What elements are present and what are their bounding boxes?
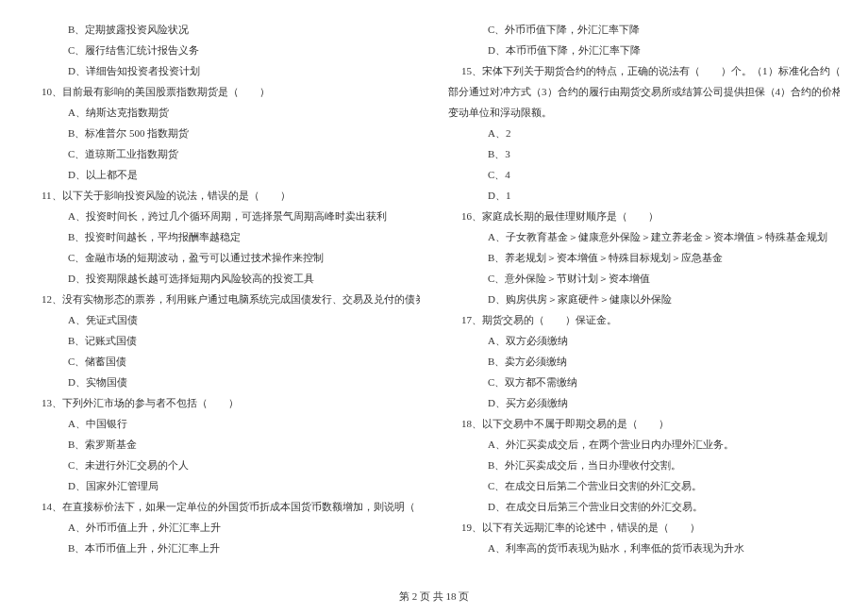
q12-option-b: B、记账式国债: [28, 330, 420, 351]
q17-option-d: D、买方必须缴纳: [448, 392, 840, 413]
right-column: C、外币币值下降，外汇汇率下降 D、本币币值下降，外汇汇率下降 15、宋体下列关…: [448, 19, 840, 558]
q10-option-c: C、道琼斯工业指数期货: [28, 143, 420, 164]
q16-option-b: B、养老规划＞资本增值＞特殊目标规划＞应急基金: [448, 247, 840, 268]
q10-text: 10、目前最有影响的美国股票指数期货是（ ）: [28, 81, 420, 102]
q11-option-d: D、投资期限越长越可选择短期内风险较高的投资工具: [28, 268, 420, 289]
q9-option-d: D、详细告知投资者投资计划: [28, 60, 420, 81]
q11-option-a: A、投资时间长，跨过几个循环周期，可选择景气周期高峰时卖出获利: [28, 206, 420, 226]
q9-option-c: C、履行结售汇统计报告义务: [28, 40, 420, 60]
q12-option-a: A、凭证式国债: [28, 309, 420, 330]
q11-option-c: C、金融市场的短期波动，盈亏可以通过技术操作来控制: [28, 247, 420, 268]
q15-option-b: B、3: [448, 143, 840, 164]
q17-text: 17、期货交易的（ ）保证金。: [448, 309, 840, 330]
q18-option-a: A、外汇买卖成交后，在两个营业日内办理外汇业务。: [448, 434, 840, 455]
q15-option-a: A、2: [448, 123, 840, 143]
q17-option-b: B、卖方必须缴纳: [448, 351, 840, 372]
page-content: B、定期披露投资风险状况 C、履行结售汇统计报告义务 D、详细告知投资者投资计划…: [0, 0, 868, 587]
q13-option-c: C、未进行外汇交易的个人: [28, 455, 420, 475]
q17-option-a: A、双方必须缴纳: [448, 330, 840, 351]
q16-option-c: C、意外保险＞节财计划＞资本增值: [448, 268, 840, 289]
q15-cont2: 变动单位和浮动限额。: [448, 102, 840, 123]
q10-option-d: D、以上都不是: [28, 164, 420, 185]
left-column: B、定期披露投资风险状况 C、履行结售汇统计报告义务 D、详细告知投资者投资计划…: [28, 19, 420, 558]
q17-option-c: C、双方都不需缴纳: [448, 372, 840, 392]
q10-option-b: B、标准普尔 500 指数期货: [28, 123, 420, 143]
q15-cont1: 部分通过对冲方式（3）合约的履行由期货交易所或结算公司提供担保（4）合约的价格有…: [448, 81, 840, 102]
q14-option-c: C、外币币值下降，外汇汇率下降: [448, 19, 840, 40]
q13-option-d: D、国家外汇管理局: [28, 475, 420, 496]
q19-option-a: A、利率高的货币表现为贴水，利率低的货币表现为升水: [448, 538, 840, 558]
q16-option-a: A、子女教育基金＞健康意外保险＞建立养老金＞资本增值＞特殊基金规划: [448, 226, 840, 247]
q12-text: 12、没有实物形态的票券，利用账户通过电脑系统完成国债发行、交易及兑付的债券（ …: [28, 289, 420, 309]
q15-option-d: D、1: [448, 185, 840, 206]
q12-option-c: C、储蓄国债: [28, 351, 420, 372]
q13-text: 13、下列外汇市场的参与者不包括（ ）: [28, 392, 420, 413]
q10-option-a: A、纳斯达克指数期货: [28, 102, 420, 123]
q18-option-b: B、外汇买卖成交后，当日办理收付交割。: [448, 455, 840, 475]
q14-option-a: A、外币币值上升，外汇汇率上升: [28, 517, 420, 538]
q18-text: 18、以下交易中不属于即期交易的是（ ）: [448, 413, 840, 434]
q19-text: 19、以下有关远期汇率的论述中，错误的是（ ）: [448, 517, 840, 538]
q13-option-a: A、中国银行: [28, 413, 420, 434]
q16-option-d: D、购房供房＞家庭硬件＞健康以外保险: [448, 289, 840, 309]
page-footer: 第 2 页 共 18 页: [0, 589, 868, 604]
q16-text: 16、家庭成长期的最佳理财顺序是（ ）: [448, 206, 840, 226]
q11-text: 11、以下关于影响投资风险的说法，错误的是（ ）: [28, 185, 420, 206]
q13-option-b: B、索罗斯基金: [28, 434, 420, 455]
q18-option-d: D、在成交日后第三个营业日交割的外汇交易。: [448, 496, 840, 517]
q18-option-c: C、在成交日后第二个营业日交割的外汇交易。: [448, 475, 840, 496]
q14-option-b: B、本币币值上升，外汇汇率上升: [28, 538, 420, 558]
q11-option-b: B、投资时间越长，平均报酬率越稳定: [28, 226, 420, 247]
q14-text: 14、在直接标价法下，如果一定单位的外国货币折成本国货币数额增加，则说明（ ）: [28, 496, 420, 517]
q15-option-c: C、4: [448, 164, 840, 185]
q14-option-d: D、本币币值下降，外汇汇率下降: [448, 40, 840, 60]
q12-option-d: D、实物国债: [28, 372, 420, 392]
q9-option-b: B、定期披露投资风险状况: [28, 19, 420, 40]
q15-text: 15、宋体下列关于期货合约的特点，正确的说法有（ ）个。（1）标准化合约（2）履…: [448, 60, 840, 81]
